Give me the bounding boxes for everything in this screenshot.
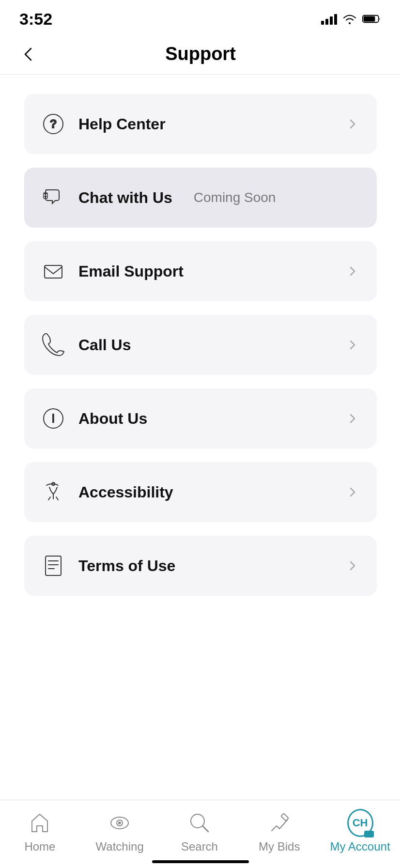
svg-rect-9 [46,556,61,575]
svg-text:?: ? [50,117,57,130]
menu-item-left: Terms of Use [42,554,175,577]
chevron-right-icon [346,264,359,278]
status-icons [321,13,382,25]
menu-item-label: Terms of Use [78,557,175,575]
nav-label-my-account: My Account [330,840,390,853]
nav-label-watching: Watching [96,840,144,853]
svg-line-17 [202,826,208,832]
phone-icon [42,333,65,356]
nav-label-search: Search [181,840,218,853]
nav-item-home[interactable]: Home [11,810,69,853]
menu-item-left: Email Support [42,260,184,283]
menu-item-accessibility[interactable]: Accessibility [24,462,377,522]
account-initials: CH [353,817,368,829]
menu-item-email-support[interactable]: Email Support [24,241,377,301]
nav-item-my-account[interactable]: CH My Account [330,810,390,853]
back-button[interactable] [19,46,37,63]
chevron-right-icon [346,338,359,352]
chevron-right-icon [346,412,359,425]
email-icon [42,260,65,283]
menu-item-help-center[interactable]: ? Help Center [24,94,377,154]
accessibility-icon [42,480,65,504]
nav-item-my-bids[interactable]: My Bids [250,810,308,853]
menu-item-about-us[interactable]: i About Us [24,388,377,449]
status-time: 3:52 [19,10,52,29]
my-bids-icon [266,810,293,836]
page-title: Support [165,44,236,64]
chevron-right-icon [346,117,359,131]
menu-item-call-us[interactable]: Call Us [24,315,377,375]
menu-item-chat-with-us[interactable]: Chat with Us Coming Soon [24,168,377,228]
menu-item-label: About Us [78,410,147,428]
chevron-right-icon [346,559,359,573]
home-icon [27,810,53,836]
question-icon: ? [42,112,65,136]
menu-item-label: Help Center [78,115,166,133]
battery-icon [362,14,382,24]
account-badge [364,831,374,837]
search-icon [186,810,213,836]
nav-label-home: Home [24,840,55,853]
nav-item-watching[interactable]: Watching [91,810,149,853]
chat-icon [42,186,65,209]
bottom-nav: Home Watching Search My [0,800,401,868]
menu-item-terms-of-use[interactable]: Terms of Use [24,536,377,596]
document-icon [42,554,65,577]
menu-item-badge: Coming Soon [194,190,276,205]
svg-text:i: i [52,412,54,425]
nav-item-search[interactable]: Search [170,810,229,853]
menu-item-left: Accessibility [42,480,173,504]
svg-rect-18 [281,813,289,821]
account-avatar: CH [347,809,373,837]
menu-item-label: Accessibility [78,483,173,501]
svg-rect-1 [364,16,375,22]
menu-item-label: Chat with Us [78,189,172,207]
header: Support [0,34,401,75]
menu-item-left: Chat with Us Coming Soon [42,186,276,209]
signal-icon [321,13,337,25]
svg-rect-5 [45,265,62,278]
menu-item-left: ? Help Center [42,112,166,136]
watching-icon [107,810,133,836]
my-account-icon: CH [347,810,373,836]
chevron-right-icon [346,485,359,499]
menu-item-label: Call Us [78,336,131,354]
home-indicator [152,860,249,863]
svg-point-15 [119,822,121,824]
wifi-icon [343,14,356,24]
menu-item-left: Call Us [42,333,131,356]
content: ? Help Center Chat with Us Coming Soon [0,75,401,629]
status-bar: 3:52 [0,0,401,34]
menu-item-label: Email Support [78,263,184,280]
menu-item-left: i About Us [42,407,147,430]
info-icon: i [42,407,65,430]
back-arrow-icon [19,46,37,63]
nav-label-my-bids: My Bids [259,840,300,853]
